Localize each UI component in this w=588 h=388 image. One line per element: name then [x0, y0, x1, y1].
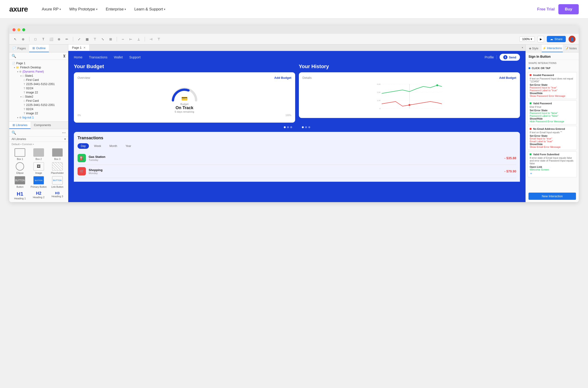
- nav-enterprise[interactable]: Enterprise ▾: [106, 7, 126, 12]
- proto-nav-home[interactable]: Home: [74, 55, 82, 59]
- component-button[interactable]: BUTTON Button: [12, 176, 28, 188]
- add-action-button[interactable]: +: [530, 171, 532, 176]
- tree-date-2[interactable]: T 02/24: [9, 107, 68, 111]
- crop-tool[interactable]: ⊕: [20, 36, 26, 42]
- share-button[interactable]: ☁ Share: [547, 36, 566, 42]
- proto-nav-support[interactable]: Support: [129, 55, 141, 59]
- components-tab[interactable]: Components: [31, 122, 54, 129]
- layer-tool[interactable]: ⊗: [56, 36, 62, 42]
- lib-search-input[interactable]: [18, 131, 61, 134]
- notes-tab[interactable]: 📝 Notes: [563, 45, 579, 52]
- trans-tab-month[interactable]: Month: [106, 143, 120, 149]
- component-box1[interactable]: Box 1: [12, 148, 28, 160]
- layout-tool[interactable]: ▦: [84, 36, 90, 42]
- nav-why-prototype[interactable]: Why Prototype ▾: [69, 7, 97, 12]
- rectangle-tool[interactable]: □: [33, 36, 38, 42]
- page-tab-close[interactable]: ✕: [83, 46, 86, 49]
- outline-search-input[interactable]: [18, 54, 62, 58]
- carousel-dot-4[interactable]: [302, 126, 304, 128]
- proto-send-button[interactable]: $ Send: [500, 54, 520, 61]
- tree-logout[interactable]: ▾ ⚙ log-out 1: [9, 115, 68, 120]
- maximize-dot[interactable]: [22, 28, 25, 31]
- close-dot[interactable]: [13, 28, 16, 31]
- heading2-item[interactable]: H2 Heading 2: [30, 191, 47, 200]
- tree-state1[interactable]: ▾ □ State1: [9, 74, 68, 78]
- tree-fintech[interactable]: ▾ 📁 Fintech Desktop: [9, 65, 68, 70]
- expand-tool[interactable]: ⤡: [100, 36, 106, 42]
- component-box2[interactable]: Box 2: [30, 148, 47, 160]
- interactions-tab[interactable]: ⚡ Interactions: [542, 45, 563, 52]
- align-tool[interactable]: ⊤: [92, 36, 98, 42]
- shape-tool[interactable]: ⬜: [48, 36, 54, 42]
- align-left[interactable]: ⊢: [128, 36, 133, 42]
- lib-options-icon[interactable]: ⋯: [62, 130, 66, 135]
- outline-tab[interactable]: ⊞ Outline: [29, 45, 49, 52]
- component-box3[interactable]: Box 3: [49, 148, 66, 160]
- connect-tool[interactable]: ↔: [120, 36, 126, 42]
- style-tab[interactable]: ◈ Style: [526, 45, 542, 52]
- component-placeholder[interactable]: Placeholder: [49, 162, 66, 174]
- carousel-dot-6[interactable]: [308, 126, 310, 128]
- tree-state2[interactable]: ▾ □ State2: [9, 95, 68, 99]
- align-right[interactable]: ⊣: [148, 36, 154, 42]
- page-tab-bar: Page 1 ✕ ▾: [68, 45, 525, 51]
- budget-section: Your Budget Overview Add Budget: [74, 64, 295, 123]
- play-button[interactable]: ▶: [538, 36, 544, 42]
- component-ellipse[interactable]: Ellipse: [12, 162, 28, 174]
- pen-tool[interactable]: ✏: [64, 36, 70, 42]
- proto-nav-transactions[interactable]: Transactions: [89, 55, 108, 59]
- proto-profile[interactable]: Profile: [485, 55, 494, 59]
- tree-dynamic-panel[interactable]: ▾ ⚙ (Dynamic Panel): [9, 70, 68, 74]
- trans-tab-year[interactable]: Year: [122, 143, 134, 149]
- carousel-dot-3[interactable]: [290, 126, 292, 128]
- tree-page1[interactable]: 📄 Page 1: [9, 61, 68, 65]
- add-budget-btn-2[interactable]: Add Budget: [499, 76, 516, 79]
- line-chart: 3,00 2,00 1,00 0: [303, 82, 517, 114]
- text-tool[interactable]: T: [41, 36, 46, 42]
- app-toolbar: ↖ ⊕ □ T ⬜ ⊗ ✏ ⤢ ▦ ⊤ ⤡ ⊞ ↔ ⊢ ⊥ ⊣ ⊤ 100% ▾: [9, 34, 579, 45]
- component-link-button[interactable]: BUTTON Link Button: [49, 176, 66, 188]
- carousel-dot-5[interactable]: [305, 126, 307, 128]
- tree-card-number-2[interactable]: T 2225-3441-5152-2351: [9, 103, 68, 107]
- select-tool[interactable]: ↖: [13, 36, 18, 42]
- align-h[interactable]: ⊤: [156, 36, 162, 42]
- component-image[interactable]: 🖼 Image: [30, 162, 47, 174]
- tree-image-2[interactable]: T image 22: [9, 111, 68, 115]
- transactions-section: Transactions Day Week Month Year ⛽ Gas S: [74, 132, 520, 182]
- library-dropdown[interactable]: All Libraries ▾: [9, 137, 68, 142]
- trans-tab-day[interactable]: Day: [78, 143, 89, 149]
- grid-tool[interactable]: ⊞: [108, 36, 113, 42]
- user-avatar[interactable]: 👤: [568, 36, 575, 43]
- tree-first-card-2[interactable]: □ First Card: [9, 99, 68, 103]
- component-primary-button[interactable]: BUTTON Primary Button: [30, 176, 47, 188]
- carousel-dot-2[interactable]: [287, 126, 289, 128]
- tree-date-1[interactable]: T 02/24: [9, 86, 68, 90]
- tree-image-1[interactable]: T image 22: [9, 90, 68, 95]
- nav-axure-rp[interactable]: Axure RP ▾: [42, 7, 61, 12]
- add-budget-btn-1[interactable]: Add Budget: [274, 76, 291, 79]
- free-trial-button[interactable]: Free Trial: [537, 7, 555, 12]
- libraries-tab[interactable]: ⊞ Libraries: [9, 122, 31, 129]
- new-interaction-button[interactable]: New Interaction: [528, 193, 576, 200]
- invalid-password-condition: If text on Password Input does not equal…: [530, 77, 575, 83]
- zoom-control[interactable]: 100% ▾: [520, 36, 535, 42]
- canvas-scroll-arrow[interactable]: ▾: [520, 45, 525, 50]
- heading1-item[interactable]: H1 Heading 1: [12, 191, 28, 200]
- tree-card-number-1[interactable]: T 2225-3441-5152-2351: [9, 82, 68, 86]
- transaction-gas-station: ⛽ Gas Station Tuesday - $35.88: [78, 152, 516, 165]
- pages-tab[interactable]: 📄 Pages: [9, 45, 29, 52]
- left-panel-tabs: 📄 Pages ⊞ Outline: [9, 45, 68, 52]
- trans-tab-week[interactable]: Week: [91, 143, 104, 149]
- filter-icon[interactable]: ⊻: [63, 54, 66, 58]
- buy-button[interactable]: Buy: [558, 4, 579, 14]
- align-v[interactable]: ⊥: [136, 36, 141, 42]
- nav-why-prototype-label: Why Prototype: [69, 7, 95, 12]
- fit-tool[interactable]: ⤢: [76, 36, 82, 42]
- nav-learn-support[interactable]: Learn & Support ▾: [134, 7, 165, 12]
- minimize-dot[interactable]: [17, 28, 20, 31]
- carousel-dot-1[interactable]: [284, 126, 286, 128]
- proto-nav-wallet[interactable]: Wallet: [114, 55, 123, 59]
- page-tab-page1[interactable]: Page 1 ✕: [68, 45, 89, 51]
- heading3-item[interactable]: H3 Heading 3: [49, 191, 66, 200]
- tree-first-card-1[interactable]: □ First Card: [9, 78, 68, 82]
